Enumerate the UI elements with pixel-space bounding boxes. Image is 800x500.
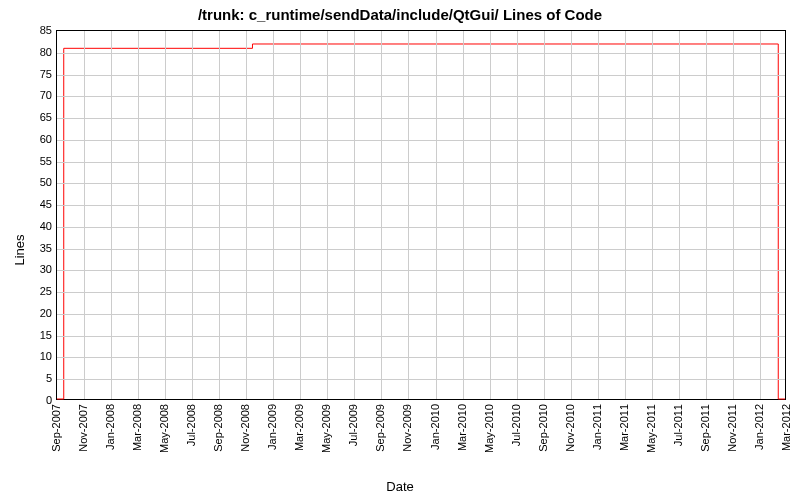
x-tick-label: Jan-2008 <box>104 404 116 450</box>
x-tick-label: Nov-2010 <box>564 404 576 452</box>
x-tick-label: Sep-2008 <box>212 404 224 452</box>
x-tick-label: Nov-2009 <box>401 404 413 452</box>
gridline-v <box>408 31 409 399</box>
x-tick-label: May-2011 <box>645 404 657 453</box>
gridline-h <box>57 336 785 337</box>
gridline-v <box>463 31 464 399</box>
x-tick-label: Mar-2008 <box>131 404 143 451</box>
gridline-v <box>192 31 193 399</box>
gridline-v <box>490 31 491 399</box>
x-tick-label: Nov-2008 <box>239 404 251 452</box>
x-tick-label: Jan-2012 <box>753 404 765 450</box>
gridline-v <box>436 31 437 399</box>
gridline-v <box>706 31 707 399</box>
y-tick-label: 30 <box>12 263 52 275</box>
gridline-h <box>57 379 785 380</box>
x-tick-label: Jul-2010 <box>510 404 522 446</box>
y-tick-label: 75 <box>12 68 52 80</box>
gridline-v <box>273 31 274 399</box>
x-tick-label: Nov-2011 <box>726 404 738 452</box>
gridline-v <box>625 31 626 399</box>
x-tick-label: Sep-2010 <box>537 404 549 452</box>
gridline-v <box>84 31 85 399</box>
x-tick-label: May-2010 <box>483 404 495 453</box>
x-tick-label: May-2008 <box>158 404 170 453</box>
y-tick-label: 65 <box>12 111 52 123</box>
x-tick-label: Mar-2010 <box>456 404 468 451</box>
gridline-v <box>165 31 166 399</box>
gridline-h <box>57 205 785 206</box>
y-tick-label: 35 <box>12 242 52 254</box>
gridline-v <box>327 31 328 399</box>
x-tick-label: Jul-2008 <box>185 404 197 446</box>
y-tick-label: 85 <box>12 24 52 36</box>
y-tick-label: 50 <box>12 176 52 188</box>
gridline-h <box>57 118 785 119</box>
x-tick-label: Sep-2011 <box>699 404 711 452</box>
gridline-v <box>679 31 680 399</box>
x-axis-label: Date <box>386 479 413 494</box>
x-tick-label: Mar-2012 <box>780 404 792 451</box>
gridline-v <box>219 31 220 399</box>
x-tick-label: Sep-2009 <box>374 404 386 452</box>
gridline-h <box>57 53 785 54</box>
y-tick-label: 45 <box>12 198 52 210</box>
gridline-h <box>57 249 785 250</box>
x-tick-label: Jul-2009 <box>347 404 359 446</box>
plot-area <box>56 30 786 400</box>
y-tick-label: 60 <box>12 133 52 145</box>
y-tick-label: 55 <box>12 155 52 167</box>
data-line <box>57 31 785 399</box>
gridline-h <box>57 314 785 315</box>
gridline-v <box>300 31 301 399</box>
y-tick-label: 40 <box>12 220 52 232</box>
y-tick-label: 80 <box>12 46 52 58</box>
chart-title: /trunk: c_runtime/sendData/include/QtGui… <box>0 0 800 23</box>
gridline-h <box>57 292 785 293</box>
x-tick-label: Mar-2011 <box>618 404 630 451</box>
y-tick-label: 20 <box>12 307 52 319</box>
gridline-v <box>517 31 518 399</box>
gridline-h <box>57 140 785 141</box>
gridline-v <box>111 31 112 399</box>
gridline-v <box>354 31 355 399</box>
y-tick-label: 15 <box>12 329 52 341</box>
gridline-v <box>138 31 139 399</box>
gridline-h <box>57 270 785 271</box>
gridline-v <box>652 31 653 399</box>
x-tick-label: Mar-2009 <box>293 404 305 451</box>
gridline-h <box>57 357 785 358</box>
x-tick-label: Jan-2009 <box>266 404 278 450</box>
gridline-v <box>246 31 247 399</box>
y-tick-label: 70 <box>12 89 52 101</box>
x-tick-label: Jul-2011 <box>672 404 684 446</box>
gridline-h <box>57 96 785 97</box>
y-tick-label: 0 <box>12 394 52 406</box>
y-tick-label: 5 <box>12 372 52 384</box>
y-tick-label: 25 <box>12 285 52 297</box>
gridline-h <box>57 227 785 228</box>
gridline-v <box>381 31 382 399</box>
gridline-v <box>598 31 599 399</box>
x-tick-label: Jan-2011 <box>591 404 603 450</box>
x-tick-label: Nov-2007 <box>77 404 89 452</box>
loc-chart: /trunk: c_runtime/sendData/include/QtGui… <box>0 0 800 500</box>
x-tick-label: Sep-2007 <box>50 404 62 452</box>
x-tick-label: May-2009 <box>320 404 332 453</box>
gridline-h <box>57 162 785 163</box>
gridline-v <box>760 31 761 399</box>
gridline-v <box>733 31 734 399</box>
gridline-v <box>571 31 572 399</box>
gridline-h <box>57 75 785 76</box>
y-tick-label: 10 <box>12 350 52 362</box>
x-tick-label: Jan-2010 <box>429 404 441 450</box>
gridline-v <box>544 31 545 399</box>
gridline-h <box>57 183 785 184</box>
